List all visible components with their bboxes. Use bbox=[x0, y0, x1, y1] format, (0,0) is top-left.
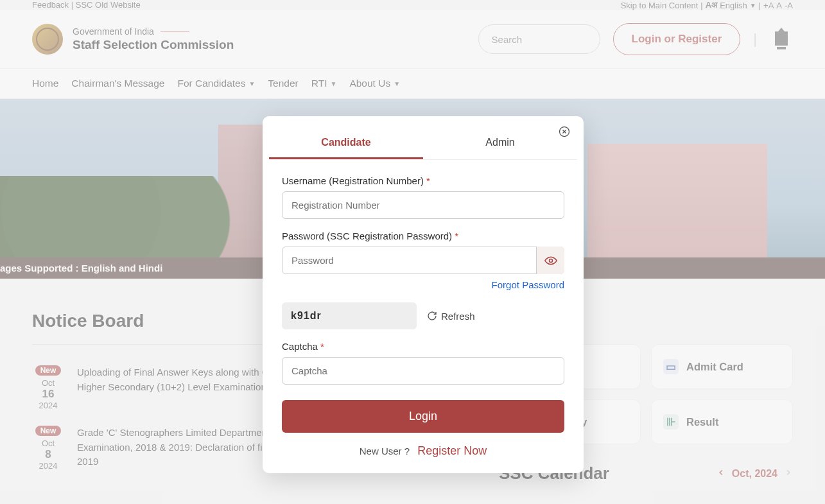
show-password-button[interactable] bbox=[536, 247, 564, 274]
refresh-captcha-button[interactable]: Refresh bbox=[427, 311, 475, 322]
register-now-link[interactable]: Register Now bbox=[417, 444, 487, 457]
new-user-label: New User ? bbox=[360, 446, 410, 456]
captcha-display: k91dr bbox=[282, 302, 417, 329]
login-modal: Candidate Admin Username (Registration N… bbox=[263, 116, 584, 473]
password-label: Password (SSC Registration Password) * bbox=[282, 230, 564, 241]
captcha-label: Captcha * bbox=[282, 341, 564, 352]
tab-candidate[interactable]: Candidate bbox=[269, 128, 423, 159]
username-input[interactable] bbox=[282, 191, 564, 219]
forgot-password-link[interactable]: Forgot Password bbox=[492, 279, 564, 290]
username-label: Username (Registration Number) * bbox=[282, 175, 564, 186]
close-button[interactable] bbox=[558, 125, 571, 141]
password-input[interactable] bbox=[282, 247, 564, 274]
svg-point-3 bbox=[549, 259, 552, 262]
captcha-input[interactable] bbox=[282, 357, 564, 385]
tab-admin[interactable]: Admin bbox=[423, 128, 577, 159]
login-button[interactable]: Login bbox=[282, 400, 564, 433]
